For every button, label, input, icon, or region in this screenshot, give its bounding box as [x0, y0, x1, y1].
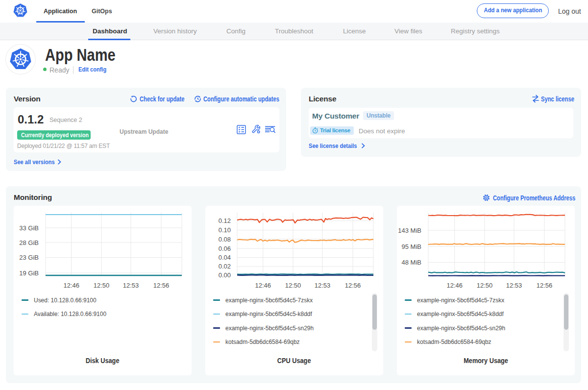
svg-text:0.08: 0.08	[219, 236, 231, 243]
svg-text:95 MiB: 95 MiB	[402, 243, 421, 250]
svg-text:12:56: 12:56	[345, 282, 361, 289]
svg-text:12:53: 12:53	[506, 282, 522, 289]
svg-text:28 GiB: 28 GiB	[19, 239, 39, 246]
svg-text:0.04: 0.04	[219, 254, 231, 261]
svg-text:33 GiB: 33 GiB	[19, 224, 39, 232]
svg-text:12:56: 12:56	[537, 282, 553, 289]
svg-text:48 MiB: 48 MiB	[402, 259, 421, 266]
svg-text:12:50: 12:50	[477, 282, 493, 289]
svg-text:12:46: 12:46	[446, 282, 463, 289]
svg-text:0.10: 0.10	[219, 226, 231, 234]
svg-text:19 GiB: 19 GiB	[19, 269, 39, 277]
svg-text:12:46: 12:46	[255, 282, 271, 289]
svg-text:12:56: 12:56	[153, 282, 170, 289]
svg-text:23 GiB: 23 GiB	[19, 254, 39, 261]
svg-text:143 MiB: 143 MiB	[398, 227, 421, 234]
svg-text:12:46: 12:46	[63, 282, 79, 289]
svg-text:0.06: 0.06	[219, 245, 231, 252]
svg-text:0.02: 0.02	[219, 263, 231, 270]
svg-text:12:53: 12:53	[123, 282, 139, 289]
svg-text:12:50: 12:50	[285, 282, 301, 289]
svg-text:0.00: 0.00	[219, 271, 231, 279]
svg-text:12:50: 12:50	[94, 282, 110, 289]
svg-text:12:53: 12:53	[315, 282, 331, 289]
svg-text:0.12: 0.12	[219, 217, 231, 224]
